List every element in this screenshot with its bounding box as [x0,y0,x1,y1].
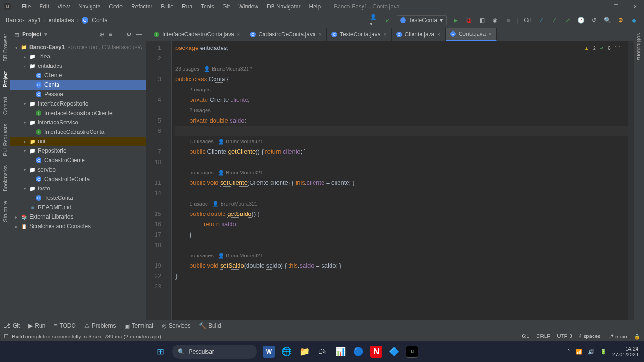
rail-notifications[interactable]: Notifications [636,27,643,65]
breadcrumb[interactable]: Banco-Easy1 › entidades › C Conta [6,17,107,24]
tray-volume-icon[interactable]: 🔊 [588,349,594,355]
rail-bookmarks[interactable]: Bookmarks [1,161,9,196]
tree-file-irc[interactable]: IInterfaceRepositorioCliente [10,108,146,118]
tree-file-readme[interactable]: README.md [10,203,146,212]
tree-folder-interfaceservico[interactable]: ▾interfaceServico [10,118,146,127]
error-stripe[interactable] [628,41,634,320]
close-icon[interactable]: × [488,31,491,37]
tab-menu-icon[interactable]: ⋮ [624,34,634,41]
tree-folder-teste[interactable]: ▾teste [10,184,146,193]
stop-icon[interactable]: ■ [504,16,513,25]
menu-refactor[interactable]: Refactor [127,2,156,11]
menu-tools[interactable]: Tools [197,2,218,11]
tray-chevron-icon[interactable]: ˄ [567,349,570,355]
taskbar-intellij-icon[interactable]: IJ [406,346,418,358]
rail-project[interactable]: Project [1,66,9,92]
taskbar-app-icon[interactable]: 🔷 [388,346,400,358]
git-branch[interactable]: ⎇ main [607,333,627,340]
hide-icon[interactable]: — [136,31,142,38]
taskbar-chrome-icon[interactable]: 🔵 [352,346,364,358]
rail-commit[interactable]: Commit [1,92,9,119]
search-everywhere-icon[interactable]: 🔍 [603,16,612,25]
tree-file-pessoa[interactable]: CPessoa [10,90,146,99]
close-icon[interactable]: × [319,32,322,37]
plugins-icon[interactable]: ◆ [629,16,638,25]
tab-cliente[interactable]: CCliente.java× [392,28,446,41]
taskbar-netflix-icon[interactable]: N [370,346,382,358]
tray-battery-icon[interactable]: 🔋 [600,349,607,355]
tab-cadastrodeconta[interactable]: CCadastroDeConta.java× [245,28,327,41]
close-icon[interactable]: × [237,32,240,37]
user-icon[interactable]: 👤▾ [370,16,379,25]
run-icon[interactable]: ▶ [451,16,460,25]
tree-folder-idea[interactable]: ▸.idea [10,52,146,61]
taskbar-word-icon[interactable]: W [263,346,275,358]
close-icon[interactable]: × [437,32,440,37]
fold-gutter[interactable] [165,41,172,320]
menu-git[interactable]: Git [219,2,233,11]
status-message[interactable]: Build completed successfully in 3 sec, 7… [12,334,161,339]
panel-title[interactable]: Project [22,31,41,38]
bottom-todo[interactable]: ≡TODO [54,322,75,329]
menu-code[interactable]: Code [105,2,126,11]
taskbar-store-icon[interactable]: 🛍 [316,346,329,358]
breadcrumb-class[interactable]: Conta [92,17,107,24]
tree-file-conta[interactable]: CConta [10,80,146,90]
tab-conta[interactable]: CConta.java× [446,28,497,41]
menu-file[interactable]: File [18,2,34,11]
coverage-icon[interactable]: ◧ [477,16,487,25]
chevron-down-icon[interactable]: ▾ [44,31,47,38]
file-encoding[interactable]: UTF-8 [557,333,572,340]
debug-icon[interactable]: 🐞 [464,16,473,25]
taskbar-search[interactable]: 🔍 Pesquisar [172,345,257,359]
taskbar-chart-icon[interactable]: 📊 [334,346,347,358]
tree-folder-entidades[interactable]: ▾entidades [10,61,146,71]
tree-file-cadcliente[interactable]: CCadastroCliente [10,156,146,165]
menu-edit[interactable]: Edit [35,2,53,11]
window-close-icon[interactable]: ✕ [630,2,640,11]
window-maximize-icon[interactable]: ☐ [611,2,621,11]
tree-folder-servico[interactable]: ▾servico [10,165,146,174]
settings-icon[interactable]: ⚙ [126,31,132,38]
tree-file-icc[interactable]: IInterfaceCadastroConta [10,127,146,137]
rail-structure[interactable]: Structure [1,196,9,227]
close-icon[interactable]: × [383,32,386,37]
menu-window[interactable]: Window [234,2,262,11]
tray-wifi-icon[interactable]: 📶 [576,349,582,355]
bottom-problems[interactable]: ⚠Problems [84,322,116,329]
select-opened-icon[interactable]: ⊕ [99,31,104,38]
tree-scratches[interactable]: ▸📋Scratches and Consoles [10,222,146,231]
chevron-up-down-icon[interactable]: ˄ ˅ [614,43,621,53]
rail-dbbrowser[interactable]: DB Browser [1,29,9,66]
indent-setting[interactable]: 4 spaces [579,333,601,340]
expand-all-icon[interactable]: ≡ [109,31,112,38]
bottom-services[interactable]: ◎Services [162,322,190,329]
code-editor[interactable]: 12 3 4 56 710 1114 15161718 192223 ▲2 ✔6… [146,41,634,320]
window-minimize-icon[interactable]: — [591,2,602,11]
collapse-all-icon[interactable]: ≣ [117,31,122,38]
bottom-build[interactable]: 🔨Build [199,322,221,329]
tree-external-libs[interactable]: ▸📚External Libraries [10,212,146,222]
lock-icon[interactable]: 🔒 [634,333,640,340]
profile-icon[interactable]: ◉ [490,16,500,25]
inspection-widget[interactable]: ▲2 ✔6 ˄ ˅ [584,43,621,53]
line-gutter[interactable]: 12 3 4 56 710 1114 15161718 192223 [146,41,165,320]
breadcrumb-package[interactable]: entidades [49,17,74,24]
bottom-terminal[interactable]: ▣Terminal [124,322,153,329]
tree-folder-repositorio[interactable]: ▾Repositorio [10,146,146,156]
tree-file-cliente[interactable]: CCliente [10,71,146,80]
project-tree[interactable]: ▾ Banco-Easy1 sources root, C:\Users\sou… [10,41,146,320]
tree-file-cadconta[interactable]: CCadastroDeConta [10,174,146,184]
rail-pullrequests[interactable]: Pull Requests [1,119,9,161]
menu-navigate[interactable]: Navigate [74,2,104,11]
git-update-icon[interactable]: ✓ [537,16,546,25]
tree-folder-out[interactable]: ▸📁out [10,137,146,146]
system-clock[interactable]: 14:24 27/01/2023 [612,346,638,357]
ide-settings-icon[interactable]: ⚙ [616,16,625,25]
breadcrumb-project[interactable]: Banco-Easy1 [6,17,41,24]
start-button[interactable]: ⊞ [154,346,166,358]
git-rollback-icon[interactable]: ↺ [589,16,599,25]
menu-dbnav[interactable]: DB Navigator [263,2,304,11]
tab-testeconta[interactable]: CTesteConta.java× [327,28,392,41]
caret-position[interactable]: 6:1 [522,333,529,340]
